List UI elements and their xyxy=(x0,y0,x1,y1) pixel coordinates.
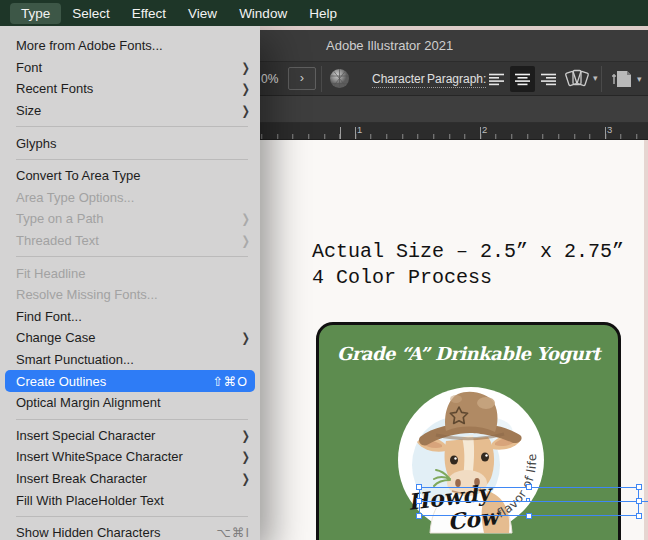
menu-separator xyxy=(0,121,260,132)
submenu-chevron-right-icon: ❯ xyxy=(242,61,250,75)
menu-item-insert-special-character[interactable]: Insert Special Character❯ xyxy=(0,425,260,447)
menu-item-area-type-options: Area Type Options... xyxy=(0,187,260,209)
selection-handle[interactable] xyxy=(416,513,422,519)
align-center-button[interactable] xyxy=(510,66,535,92)
menubar-item-select[interactable]: Select xyxy=(61,3,121,24)
selection-handle[interactable] xyxy=(526,513,532,519)
align-center-icon xyxy=(515,73,530,86)
menu-shortcut: ⇧⌘O xyxy=(212,374,248,389)
menu-item-convert-to-area-type[interactable]: Convert To Area Type xyxy=(0,165,260,187)
align-left-icon xyxy=(489,73,504,86)
menu-separator xyxy=(0,251,260,262)
document-setup-button[interactable]: ▾ xyxy=(610,67,642,91)
artboard-edge xyxy=(644,140,648,540)
paragraph-align-group xyxy=(484,66,561,92)
align-right-button[interactable] xyxy=(536,66,561,92)
menu-item-fit-headline: Fit Headline xyxy=(0,262,260,284)
menu-item-label: Insert WhiteSpace Character xyxy=(16,449,242,464)
selection-handle[interactable] xyxy=(636,513,642,519)
menu-item-label: Fit Headline xyxy=(16,266,250,281)
selection-center-point[interactable] xyxy=(526,498,530,502)
menubar-item-view[interactable]: View xyxy=(177,3,228,24)
submenu-chevron-right-icon: ❯ xyxy=(242,234,250,248)
document-tab-bar xyxy=(258,96,648,123)
artboard-canvas[interactable]: Actual Size – 2.5” x 2.75” 4 Color Proce… xyxy=(258,140,648,540)
label-title-text[interactable]: Grade “A” Drinkable Yogurt xyxy=(319,343,618,364)
menu-item-label: Optical Margin Alignment xyxy=(16,395,250,410)
menu-item-label: Resolve Missing Fonts... xyxy=(16,287,250,302)
screen: Adobe Illustrator 2021 0% › Character Pa… xyxy=(0,0,648,540)
align-left-button[interactable] xyxy=(484,66,509,92)
recolor-artwork-icon[interactable] xyxy=(329,68,350,89)
type-menu: More from Adobe Fonts...Font❯Recent Font… xyxy=(0,26,260,540)
spec-note-line1: Actual Size – 2.5” x 2.75” xyxy=(312,239,624,265)
spec-note-text[interactable]: Actual Size – 2.5” x 2.75” 4 Color Proce… xyxy=(312,239,624,291)
submenu-chevron-right-icon: ❯ xyxy=(242,82,250,96)
menu-item-label: Find Font... xyxy=(16,309,250,324)
menu-item-label: Fill With PlaceHolder Text xyxy=(16,493,250,508)
align-right-icon xyxy=(541,73,556,86)
menu-item-more-from-adobe-fonts[interactable]: More from Adobe Fonts... xyxy=(0,35,260,57)
ruler-number: 1 xyxy=(357,124,362,135)
menu-item-label: Font xyxy=(16,60,242,75)
menubar-item-window[interactable]: Window xyxy=(228,3,298,24)
selection-handle[interactable] xyxy=(416,498,422,504)
menu-item-label: Size xyxy=(16,103,242,118)
divider xyxy=(321,66,322,92)
menu-item-insert-break-character[interactable]: Insert Break Character❯ xyxy=(0,468,260,490)
menu-item-insert-whitespace-character[interactable]: Insert WhiteSpace Character❯ xyxy=(0,446,260,468)
submenu-chevron-right-icon: ❯ xyxy=(242,104,250,118)
menu-item-change-case[interactable]: Change Case❯ xyxy=(0,327,260,349)
menu-separator xyxy=(0,511,260,522)
menu-item-font[interactable]: Font❯ xyxy=(0,57,260,79)
submenu-chevron-right-icon: ❯ xyxy=(242,428,250,442)
menu-item-fill-with-placeholder-text[interactable]: Fill With PlaceHolder Text xyxy=(0,489,260,511)
selection-handle[interactable] xyxy=(636,498,642,504)
selection-handle[interactable] xyxy=(636,484,642,490)
control-bar: 0% › Character Paragraph: xyxy=(258,62,648,96)
submenu-chevron-right-icon: ❯ xyxy=(242,450,250,464)
ruler-number: 3 xyxy=(607,124,612,135)
menu-item-threaded-text: Threaded Text❯ xyxy=(0,230,260,252)
menu-item-label: Threaded Text xyxy=(16,233,242,248)
paragraph-panel-link[interactable]: Paragraph: xyxy=(427,72,486,88)
menubar: TypeSelectEffectViewWindowHelp xyxy=(0,0,648,26)
menu-shortcut: ⌥⌘I xyxy=(217,525,250,540)
ruler-number: 2 xyxy=(482,124,487,135)
submenu-chevron-right-icon: ❯ xyxy=(242,212,250,226)
menu-item-label: Glyphs xyxy=(16,136,250,151)
window-titlebar: Adobe Illustrator 2021 xyxy=(258,30,648,62)
graphic-styles-icon xyxy=(564,67,590,89)
window-title: Adobe Illustrator 2021 xyxy=(326,38,453,53)
graphic-styles-button[interactable]: ▾ xyxy=(564,67,598,89)
menu-item-size[interactable]: Size❯ xyxy=(0,100,260,122)
menubar-item-help[interactable]: Help xyxy=(298,3,348,24)
menu-item-label: Recent Fonts xyxy=(16,81,242,96)
menu-item-label: Convert To Area Type xyxy=(16,168,250,183)
menu-separator xyxy=(0,154,260,165)
menubar-item-effect[interactable]: Effect xyxy=(121,3,177,24)
yogurt-label-artwork[interactable]: Grade “A” Drinkable Yogurt xyxy=(316,322,621,540)
selection-handle[interactable] xyxy=(416,484,422,490)
menu-item-recent-fonts[interactable]: Recent Fonts❯ xyxy=(0,78,260,100)
menu-item-glyphs[interactable]: Glyphs xyxy=(0,132,260,154)
opacity-expand-button[interactable]: › xyxy=(288,67,316,90)
submenu-chevron-right-icon: ❯ xyxy=(242,331,250,345)
opacity-value[interactable]: 0% xyxy=(261,72,278,86)
divider xyxy=(601,66,602,92)
horizontal-ruler[interactable]: 123 xyxy=(258,123,648,140)
chevron-down-icon: ▾ xyxy=(593,73,598,83)
selection-handle[interactable] xyxy=(526,484,532,490)
menu-item-smart-punctuation[interactable]: Smart Punctuation... xyxy=(0,349,260,371)
menu-item-create-outlines[interactable]: Create Outlines⇧⌘O xyxy=(5,370,255,392)
menu-item-find-font[interactable]: Find Font... xyxy=(0,306,260,328)
character-panel-link[interactable]: Character xyxy=(372,72,425,88)
menu-item-optical-margin-alignment[interactable]: Optical Margin Alignment xyxy=(0,392,260,414)
chevron-down-icon: ▾ xyxy=(637,74,642,84)
menu-item-show-hidden-characters[interactable]: Show Hidden Characters⌥⌘I xyxy=(0,522,260,540)
menu-item-label: Smart Punctuation... xyxy=(16,352,250,367)
menu-item-resolve-missing-fonts: Resolve Missing Fonts... xyxy=(0,284,260,306)
menu-separator xyxy=(0,414,260,425)
menu-item-label: Change Case xyxy=(16,330,242,345)
menubar-item-type[interactable]: Type xyxy=(10,3,61,24)
